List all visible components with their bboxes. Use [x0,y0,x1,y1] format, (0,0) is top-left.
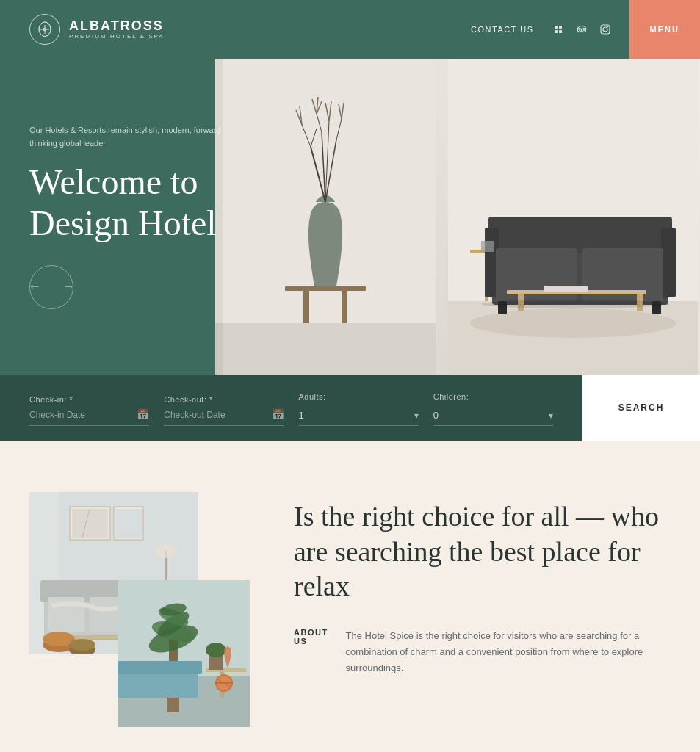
children-select[interactable]: 0 1 2 3 4 [433,405,553,426]
svg-point-82 [69,639,95,651]
svg-point-11 [607,26,608,28]
about-label: ABOUT US [294,628,328,646]
header: ALBATROSS PREMIUM HOTEL & SPA CONTACT US [0,0,700,59]
hero-title: Welcome to Design Hotel [29,162,250,242]
room-scene [215,59,700,375]
adults-select[interactable]: 1 2 3 4 5 [299,405,419,426]
adults-field: Adults: 1 2 3 4 5 ▾ [299,392,433,426]
checkout-calendar-icon: 📅 [272,408,284,421]
logo-text: ALBATROSS PREMIUM HOTEL & SPA [69,19,165,40]
about-section: Is the right choice for all — who are se… [0,441,700,752]
svg-rect-96 [118,661,202,674]
hero-right-panel [448,59,700,375]
checkout-input-wrap[interactable]: Check-out Date 📅 [164,408,284,426]
hero-subtitle: Our Hotels & Resorts remain stylish, mod… [29,124,250,150]
adults-label: Adults: [299,392,419,401]
hero-image-panel [215,59,700,375]
svg-rect-22 [342,291,347,323]
adults-select-wrap: 1 2 3 4 5 ▾ [299,405,419,426]
logo-area: ALBATROSS PREMIUM HOTEL & SPA [29,14,165,45]
hero-nav-circle: ← → [29,265,73,309]
menu-button[interactable]: MENU [629,0,700,59]
checkin-field: Check-in: * Check-in Date 📅 [29,395,164,426]
children-label: Children: [433,392,553,401]
svg-point-10 [603,27,607,32]
hero-image-inner [215,59,700,375]
checkout-field: Check-out: * Check-out Date 📅 [164,395,298,426]
instagram-icon[interactable] [599,23,612,36]
svg-rect-4 [559,30,562,33]
social-icons [552,23,612,36]
checkin-input-wrap[interactable]: Check-in Date 📅 [29,408,149,426]
hero-prev-button[interactable]: ← [25,276,44,297]
svg-point-8 [583,29,585,31]
about-heading: Is the right choice for all — who are se… [294,499,671,604]
search-button[interactable]: SEARCH [582,375,700,441]
about-description: The Hotel Spice is the right choice for … [346,628,671,676]
about-text: Is the right choice for all — who are se… [294,492,671,676]
about-secondary-image [118,580,250,727]
svg-rect-1 [555,26,558,29]
svg-rect-57 [481,241,494,252]
checkin-label: Check-in: * [29,395,149,404]
foursquare-icon[interactable] [552,23,565,36]
children-field: Children: 0 1 2 3 4 ▾ [433,392,568,426]
booking-bar: Check-in: * Check-in Date 📅 Check-out: *… [0,375,700,441]
svg-point-7 [579,29,580,31]
svg-point-58 [481,300,665,308]
nav-right: CONTACT US [471,0,671,59]
logo-icon [29,14,60,45]
checkin-placeholder: Check-in Date [29,410,85,420]
svg-rect-72 [115,509,142,538]
hero-content: Our Hotels & Resorts remain stylish, mod… [29,59,250,375]
svg-rect-21 [303,291,309,323]
contact-link[interactable]: CONTACT US [471,25,534,34]
svg-rect-46 [488,217,672,253]
svg-rect-56 [544,286,588,292]
svg-point-67 [155,543,177,558]
logo-subtitle: PREMIUM HOTEL & SPA [69,33,165,40]
hero-nav-arrows: ← → [25,276,78,297]
search-button-label: SEARCH [618,402,665,413]
svg-rect-2 [559,26,562,29]
svg-rect-20 [285,286,366,291]
hero-left-panel [215,59,458,375]
svg-rect-3 [555,30,558,33]
svg-rect-9 [601,25,610,34]
checkin-calendar-icon: 📅 [137,408,149,421]
about-images [29,492,250,727]
logo-name: ALBATROSS [69,19,165,34]
svg-rect-69 [72,509,108,538]
hero-section: Our Hotels & Resorts remain stylish, mod… [0,59,700,375]
tripadvisor-icon[interactable] [575,23,588,36]
hero-next-button[interactable]: → [59,276,78,297]
svg-point-100 [206,643,226,657]
checkout-label: Check-out: * [164,395,284,404]
hero-navigation: ← → [29,265,250,309]
children-select-wrap: 0 1 2 3 4 ▾ [433,405,553,426]
checkout-placeholder: Check-out Date [164,410,225,420]
